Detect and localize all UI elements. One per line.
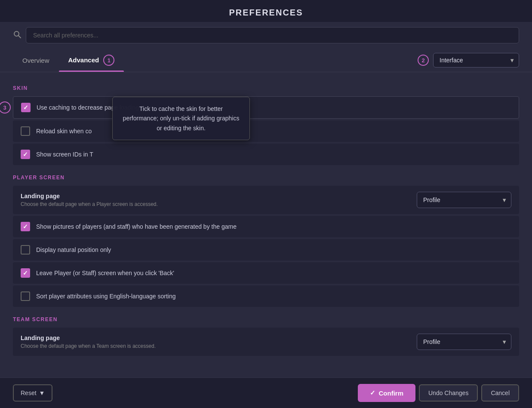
show-pictures-label: Show pictures of players (and staff) who… <box>36 223 237 230</box>
badge-3: 3 <box>0 101 11 114</box>
reset-button[interactable]: Reset ▼ <box>13 384 52 402</box>
player-leave-screen-row: Leave Player (or Staff) screen when you … <box>13 262 519 284</box>
team-landing-page-row: Landing page Choose the default page whe… <box>13 328 519 356</box>
tabs-left: Overview Advanced 1 <box>13 49 124 72</box>
checkbox-natural-position[interactable] <box>21 245 30 255</box>
checkbox-sort-attributes[interactable] <box>21 291 30 301</box>
undo-label: Undo Changes <box>428 390 468 396</box>
content-area: SKIN 3 Use caching to decrease page load… <box>0 72 532 377</box>
tabs-right: 2 Interface Skin Display Other ▼ <box>418 53 519 67</box>
undo-changes-button[interactable]: Undo Changes <box>419 384 478 402</box>
tab-overview[interactable]: Overview <box>13 51 59 70</box>
player-landing-select-wrap: Profile Overview Stats Contract ▼ <box>417 192 511 208</box>
team-landing-info: Landing page Choose the default page whe… <box>21 334 156 349</box>
checkbox-show-screen-ids[interactable] <box>21 150 30 159</box>
team-landing-desc: Choose the default page when a Team scre… <box>21 343 156 349</box>
skin-caching-row: 3 Use caching to decrease page loading t… <box>13 96 519 119</box>
natural-position-label: Display natural position only <box>36 246 111 253</box>
reset-label: Reset <box>21 390 37 396</box>
checkbox-use-caching[interactable] <box>21 103 31 112</box>
footer-right: ✓ Confirm Undo Changes Cancel <box>358 384 520 402</box>
player-natural-position-row: Display natural position only <box>13 239 519 261</box>
checkbox-leave-player-screen[interactable] <box>21 268 30 278</box>
footer-row: Reset ▼ ✓ Confirm Undo Changes Cancel <box>0 377 532 408</box>
use-caching-label: Use caching to decrease page loading tim… <box>37 104 155 111</box>
player-screen-label: PLAYER SCREEN <box>13 175 519 181</box>
player-landing-info: Landing page Choose the default page whe… <box>21 193 158 207</box>
checkbox-reload-skin[interactable] <box>21 126 30 136</box>
player-sort-attributes-row: Sort player attributes using English-lan… <box>13 285 519 307</box>
player-landing-title: Landing page <box>21 193 158 199</box>
interface-select[interactable]: Interface Skin Display Other <box>433 53 519 67</box>
search-input[interactable] <box>26 27 519 43</box>
player-show-pictures-row: Show pictures of players (and staff) who… <box>13 216 519 237</box>
checkbox-show-pictures[interactable] <box>21 222 30 231</box>
interface-select-wrap: Interface Skin Display Other ▼ <box>433 53 519 67</box>
player-landing-select[interactable]: Profile Overview Stats Contract <box>417 192 511 208</box>
svg-line-1 <box>18 36 21 38</box>
confirm-button[interactable]: ✓ Confirm <box>358 384 416 402</box>
search-bar-row <box>0 22 532 49</box>
player-landing-page-row: Landing page Choose the default page whe… <box>13 186 519 214</box>
preferences-title: PREFERENCES <box>229 8 303 17</box>
team-landing-select-wrap: Profile Overview Stats Squad ▼ <box>417 334 511 350</box>
reset-chevron-icon: ▼ <box>39 390 45 396</box>
team-landing-select[interactable]: Profile Overview Stats Squad <box>417 334 511 350</box>
show-screen-ids-label: Show screen IDs in T <box>36 151 93 158</box>
footer-left: Reset ▼ <box>13 384 52 402</box>
player-landing-desc: Choose the default page when a Player sc… <box>21 201 158 207</box>
cancel-button[interactable]: Cancel <box>481 384 519 402</box>
reload-skin-label: Reload skin when co <box>36 128 92 135</box>
confirm-check-icon: ✓ <box>370 389 375 397</box>
cancel-label: Cancel <box>491 390 510 396</box>
team-landing-title: Landing page <box>21 334 156 341</box>
confirm-label: Confirm <box>379 390 404 397</box>
preferences-dialog: PREFERENCES Overview Advanced 1 2 <box>0 0 532 408</box>
interface-dropdown-badge: 2 <box>418 55 429 66</box>
leave-player-screen-label: Leave Player (or Staff) screen when you … <box>36 270 174 276</box>
team-screen-label: TEAM SCREEN <box>13 316 519 322</box>
skin-section-label: SKIN <box>13 85 519 91</box>
skin-reload-row: Reload skin when co <box>13 120 519 142</box>
search-icon <box>13 30 22 41</box>
preferences-header: PREFERENCES <box>0 0 532 22</box>
skin-show-ids-row: Show screen IDs in T <box>13 144 519 165</box>
tab-advanced[interactable]: Advanced 1 <box>59 49 124 72</box>
sort-attributes-label: Sort player attributes using English-lan… <box>36 293 176 300</box>
tabs-row: Overview Advanced 1 2 Interface Skin Dis… <box>0 49 532 72</box>
tab-advanced-badge: 1 <box>103 55 114 66</box>
